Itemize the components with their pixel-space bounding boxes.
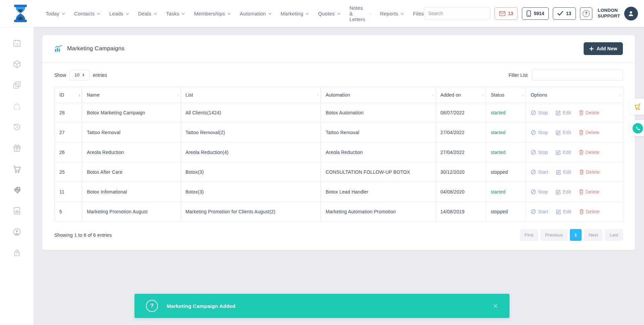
page-size-value: 10: [74, 72, 79, 77]
pagination-next-button[interactable]: Next: [584, 229, 603, 241]
nav-marketing[interactable]: Marketing: [281, 11, 309, 16]
col-header-name[interactable]: Name↑↓: [82, 87, 181, 103]
shopping-bag-icon[interactable]: [12, 102, 21, 111]
close-icon[interactable]: ✕: [493, 302, 498, 310]
edit-icon: [556, 110, 561, 115]
copy-icon[interactable]: [12, 80, 21, 90]
app-logo-hourglass-icon[interactable]: [11, 4, 30, 23]
add-new-button[interactable]: Add New: [584, 42, 623, 55]
col-header-status[interactable]: Status↑↓: [486, 87, 526, 103]
status-badge: started: [491, 189, 505, 195]
cell-id: 27: [55, 123, 82, 143]
nav-notes-letters[interactable]: Notes & Letters: [350, 5, 371, 22]
delete-campaign-link[interactable]: Delete: [579, 209, 600, 214]
col-header-id[interactable]: ID↑↓: [55, 87, 82, 103]
svg-text:$: $: [16, 189, 18, 193]
edit-campaign-link[interactable]: Edit: [556, 189, 571, 195]
products-box-icon[interactable]: [12, 60, 21, 69]
col-header-options[interactable]: Options↑↓: [526, 87, 623, 103]
phone-badge-button[interactable]: 5914: [522, 7, 549, 20]
cell-options: Stop Edit Delete: [526, 143, 623, 162]
chevron-down-icon: [154, 13, 157, 15]
main-content: Marketing Campaigns Add New Show 10 ▲▼ e…: [34, 27, 644, 325]
stop-circle-icon: [531, 189, 536, 195]
edit-campaign-link[interactable]: Edit: [556, 150, 571, 155]
nav-memberships[interactable]: Memberships: [194, 11, 230, 16]
nav-tasks[interactable]: Tasks: [166, 11, 185, 16]
edit-campaign-link[interactable]: Edit: [556, 209, 572, 214]
calendar-day: 12: [15, 42, 18, 46]
status-badge: started: [491, 150, 505, 155]
history-icon[interactable]: [12, 122, 21, 131]
toggle-campaign-link[interactable]: Stop: [531, 130, 548, 135]
user-name-line1: LONDON: [598, 8, 620, 13]
marketing-campaigns-card: Marketing Campaigns Add New Show 10 ▲▼ e…: [42, 35, 635, 250]
report-chart-icon[interactable]: [12, 206, 21, 215]
delete-campaign-link[interactable]: Delete: [579, 150, 600, 155]
delete-campaign-link[interactable]: Delete: [579, 130, 600, 135]
account-icon[interactable]: [12, 227, 21, 236]
col-header-list[interactable]: List↑↓: [181, 87, 321, 103]
toggle-campaign-link[interactable]: Start: [531, 169, 548, 175]
toggle-campaign-link[interactable]: Stop: [531, 150, 548, 155]
nav-automation[interactable]: Automation: [240, 11, 272, 16]
tasks-count: 13: [566, 11, 571, 16]
filter-input[interactable]: [532, 69, 623, 80]
tasks-badge-button[interactable]: 13: [553, 7, 576, 20]
help-button[interactable]: ?: [580, 7, 592, 20]
nav-files[interactable]: Files: [413, 11, 424, 16]
chevron-down-icon: [97, 13, 100, 15]
cell-name: Areola Reduction: [82, 143, 181, 162]
chevron-down-icon: [369, 13, 371, 15]
page-size-select[interactable]: 10 ▲▼: [69, 70, 90, 80]
toggle-campaign-link[interactable]: Stop: [531, 189, 548, 195]
cell-name: Botox Infomational: [82, 182, 181, 202]
edit-campaign-link[interactable]: Edit: [556, 130, 571, 135]
col-header-automation[interactable]: Automation↑↓: [321, 87, 436, 103]
lock-icon[interactable]: [12, 248, 21, 257]
price-tag-icon[interactable]: $: [12, 185, 21, 195]
search-input[interactable]: [424, 11, 490, 16]
cell-name: Tattoo Removal: [82, 123, 181, 143]
delete-campaign-link[interactable]: Delete: [579, 110, 600, 115]
col-header-added-on[interactable]: Added on↑↓: [436, 87, 486, 103]
cell-status: started: [486, 123, 526, 143]
nav-leads[interactable]: Leads: [109, 11, 129, 16]
toggle-campaign-link[interactable]: Stop: [531, 110, 548, 115]
cell-list: Botox(3): [181, 162, 321, 182]
cart-icon[interactable]: [12, 164, 21, 173]
col-label: List: [185, 92, 193, 98]
pagination-last-button[interactable]: Last: [605, 229, 623, 241]
cell-list: All Clients(1424): [181, 103, 321, 123]
gift-icon[interactable]: [12, 144, 21, 153]
floating-phone-button[interactable]: [629, 120, 644, 136]
pagination-page-1-button[interactable]: 1: [570, 229, 582, 241]
cell-list: Botox(3): [181, 182, 321, 202]
pagination-previous-button[interactable]: Previous: [540, 229, 568, 241]
delete-campaign-link[interactable]: Delete: [579, 189, 600, 195]
cell-automation: Marketing Automation Promotion: [321, 202, 436, 222]
floating-cart-button[interactable]: [629, 99, 644, 115]
cell-status: started: [486, 182, 526, 202]
nav-contacts[interactable]: Contacts: [74, 11, 100, 16]
edit-label: Edit: [563, 110, 571, 115]
user-name-line2: SUPPORT: [598, 13, 620, 19]
edit-campaign-link[interactable]: Edit: [556, 110, 571, 115]
topbar: Today Contacts Leads Deals Tasks Members…: [0, 0, 644, 27]
nav-quotes[interactable]: Quotes: [318, 11, 340, 16]
mail-count: 13: [508, 11, 514, 16]
nav-reports[interactable]: Reports: [380, 11, 404, 16]
delete-campaign-link[interactable]: Delete: [579, 169, 600, 175]
nav-label: Memberships: [194, 11, 225, 16]
nav-today[interactable]: Today: [46, 11, 65, 16]
table-row: 25 Botox After Care Botox(3) CONSULTATIO…: [55, 162, 623, 182]
pagination-first-button[interactable]: First: [520, 229, 538, 241]
nav-label: Marketing: [281, 11, 304, 16]
cell-status: stopped: [486, 162, 526, 182]
edit-campaign-link[interactable]: Edit: [556, 169, 572, 175]
avatar[interactable]: [624, 7, 638, 20]
toggle-campaign-link[interactable]: Start: [531, 209, 548, 214]
nav-deals[interactable]: Deals: [138, 11, 157, 16]
calendar-icon[interactable]: 12: [12, 39, 21, 48]
mail-badge-button[interactable]: 13: [494, 7, 518, 20]
